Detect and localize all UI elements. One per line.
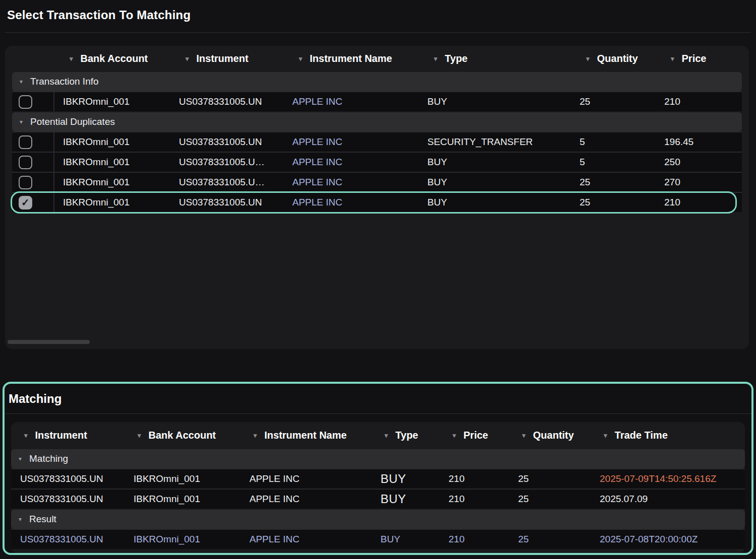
cell-bank-account: IBKROmni_001 [54,96,170,107]
row-checkbox[interactable] [19,135,32,149]
cell-instrument: US0378331005.UN [170,136,284,148]
transaction-table-panel: ▾ Bank Account ▾ Instrument ▾ Instrument… [5,46,749,349]
column-header-price[interactable]: ▾ Price [656,53,742,64]
matching-section-title: Matching [9,392,751,406]
group-label: Transaction Info [30,76,99,87]
cell-instrument: US0378331005.U… [170,177,284,188]
group-label: Result [29,514,56,525]
column-label: Bank Account [149,430,216,441]
group-row-potential-duplicates[interactable]: ▾ Potential Duplicates [12,112,742,131]
column-label: Instrument Name [310,53,392,64]
cell-quantity: 25 [509,534,591,545]
row-checkbox-checked[interactable]: ✓ [19,196,32,209]
table-row-selected[interactable]: ✓ IBKROmni_001 US0378331005.UN APPLE INC… [12,192,742,212]
cell-bank-account: IBKROmni_001 [54,136,170,148]
cell-price: 210 [656,197,742,208]
row-checkbox[interactable] [19,176,32,189]
sort-arrow-icon[interactable]: ▾ [185,55,189,62]
cell-instrument-name: APPLE INC [240,534,371,545]
group-row-transaction-info[interactable]: ▾ Transaction Info [12,72,742,91]
cell-price: 210 [439,473,509,484]
cell-quantity: 25 [571,96,656,107]
cell-bank-account: IBKROmni_001 [54,197,170,208]
sort-arrow-icon[interactable]: ▾ [299,55,302,62]
table-row[interactable]: IBKROmni_001 US0378331005.U… APPLE INC B… [12,152,742,172]
cell-instrument: US0378331005.UN [11,494,124,505]
column-label: Type [396,430,418,441]
cell-quantity: 25 [509,473,591,484]
page-title: Select Transaction To Matching [7,8,749,22]
sort-arrow-icon[interactable]: ▾ [671,55,674,62]
column-label: Type [445,53,468,64]
cell-bank-account: IBKROmni_001 [124,494,240,505]
row-checkbox-cell [12,132,54,152]
cell-instrument-name: APPLE INC [284,157,419,168]
cell-quantity: 25 [571,177,656,188]
collapse-caret-icon[interactable]: ▾ [20,79,23,85]
collapse-caret-icon[interactable]: ▾ [19,516,22,522]
column-header-instrument[interactable]: ▾ Instrument [11,430,124,441]
cell-price: 210 [439,494,509,505]
cell-trade-time: 2025-07-09T14:50:25.616Z [591,473,745,484]
column-header-instrument-name[interactable]: ▾ Instrument Name [284,53,419,64]
column-header-bank-account[interactable]: ▾ Bank Account [54,53,170,64]
cell-type: BUY [371,492,439,506]
cell-quantity: 25 [571,197,656,208]
matching-row[interactable]: US0378331005.UN IBKROmni_001 APPLE INC B… [11,488,745,509]
cell-trade-time: 2025.07.09 [591,494,745,505]
column-header-quantity[interactable]: ▾ Quantity [509,430,591,441]
cell-quantity: 25 [509,494,591,505]
checkmark-icon: ✓ [21,197,30,207]
column-label: Quantity [597,53,638,64]
row-checkbox-cell [12,92,54,111]
sort-arrow-icon[interactable]: ▾ [70,55,73,62]
horizontal-scrollbar-thumb[interactable] [8,340,90,344]
column-header-bank-account[interactable]: ▾ Bank Account [124,430,240,441]
table-row[interactable]: IBKROmni_001 US0378331005.UN APPLE INC B… [12,91,742,111]
sort-arrow-icon[interactable]: ▾ [586,55,590,62]
column-header-type[interactable]: ▾ Type [371,430,439,441]
cell-instrument: US0378331005.UN [170,197,284,208]
column-header-quantity[interactable]: ▾ Quantity [571,53,656,64]
sort-arrow-icon[interactable]: ▾ [604,432,607,439]
sort-arrow-icon[interactable]: ▾ [522,432,526,439]
cell-instrument-name: APPLE INC [240,494,371,505]
row-checkbox-cell [12,173,54,192]
column-header-instrument-name[interactable]: ▾ Instrument Name [240,430,371,441]
collapse-caret-icon[interactable]: ▾ [20,119,23,125]
title-divider [5,32,751,33]
column-header-type[interactable]: ▾ Type [419,53,571,64]
table-row[interactable]: IBKROmni_001 US0378331005.U… APPLE INC B… [12,172,742,192]
sort-arrow-icon[interactable]: ▾ [254,432,257,439]
sort-arrow-icon[interactable]: ▾ [385,432,388,439]
sort-arrow-icon[interactable]: ▾ [24,432,28,439]
column-label: Price [464,430,488,441]
cell-type: BUY [419,177,571,188]
column-label: Instrument [197,53,248,64]
cell-type: BUY [371,472,439,486]
table-row[interactable]: IBKROmni_001 US0378331005.UN APPLE INC S… [12,131,742,152]
row-checkbox-cell [12,153,54,172]
cell-instrument-name: APPLE INC [240,473,371,484]
group-row-result[interactable]: ▾ Result [11,510,745,529]
matching-title-divider [5,413,751,414]
column-header-trade-time[interactable]: ▾ Trade Time [591,430,745,441]
cell-instrument: US0378331005.UN [11,473,124,484]
column-label: Trade Time [615,430,668,441]
cell-type: BUY [419,96,571,107]
cell-type: BUY [371,534,439,545]
sort-arrow-icon[interactable]: ▾ [138,432,141,439]
cell-price: 210 [439,534,509,545]
column-header-price[interactable]: ▾ Price [439,430,509,441]
column-header-instrument[interactable]: ▾ Instrument [170,53,284,64]
sort-arrow-icon[interactable]: ▾ [453,432,456,439]
row-checkbox[interactable] [19,156,32,169]
sort-arrow-icon[interactable]: ▾ [434,55,437,62]
collapse-caret-icon[interactable]: ▾ [19,456,22,462]
group-row-matching[interactable]: ▾ Matching [11,449,745,468]
matching-row[interactable]: US0378331005.UN IBKROmni_001 APPLE INC B… [11,468,745,488]
cell-quantity: 5 [571,157,656,168]
result-row[interactable]: US0378331005.UN IBKROmni_001 APPLE INC B… [11,529,745,549]
cell-trade-time: 2025-07-08T20:00:00Z [591,534,745,545]
row-checkbox[interactable] [19,95,32,109]
